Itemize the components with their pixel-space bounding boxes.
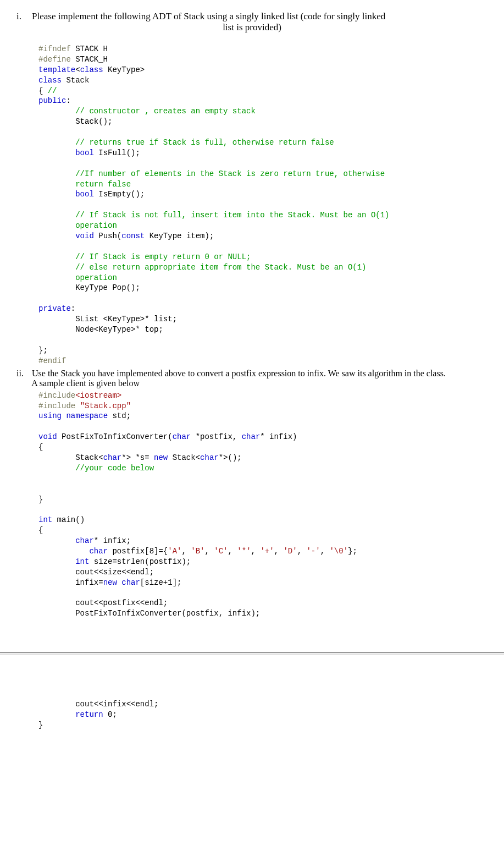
q2-text1: Use the Stack you have implemented above… [32, 369, 446, 378]
q2-numeral: ii. [16, 369, 32, 378]
client-code-continued: cout<<infix<<endl; return 0; } [38, 699, 488, 731]
q1-text-line1: Please implement the following ADT of St… [32, 11, 385, 21]
q1-numeral: i. [16, 11, 32, 22]
stack-header-code: #ifndef STACK H #define STACK_H template… [38, 44, 488, 366]
page-break-divider [0, 652, 504, 655]
client-code: #include<iostream> #include "Stack.cpp" … [38, 391, 488, 619]
question-1-heading: i.Please implement the following ADT of … [16, 11, 488, 33]
q1-text-line2: list is provided) [16, 22, 488, 33]
question-2-heading: ii.Use the Stack you have implemented ab… [16, 369, 488, 388]
q2-text2: A sample client is given below [31, 378, 140, 388]
